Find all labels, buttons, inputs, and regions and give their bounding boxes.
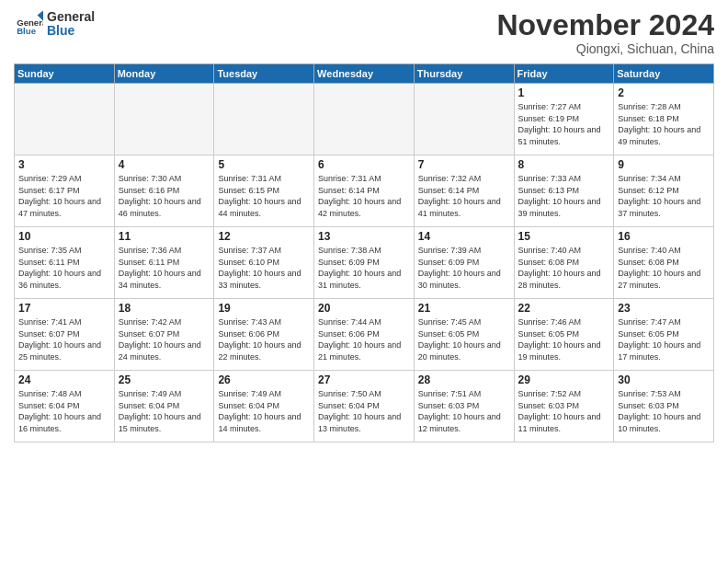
day-info: Sunrise: 7:39 AMSunset: 6:09 PMDaylight:… [418, 245, 510, 291]
week-row-4: 17Sunrise: 7:41 AMSunset: 6:07 PMDayligh… [15, 299, 714, 371]
day-info: Sunrise: 7:51 AMSunset: 6:03 PMDaylight:… [418, 388, 510, 434]
weekday-header-friday: Friday [514, 64, 614, 84]
weekday-header-monday: Monday [114, 64, 214, 84]
day-info: Sunrise: 7:36 AMSunset: 6:11 PMDaylight:… [119, 245, 210, 291]
logo-blue-text: Blue [47, 24, 95, 38]
day-number: 12 [218, 230, 310, 243]
day-number: 28 [418, 373, 510, 386]
week-row-1: 1Sunrise: 7:27 AMSunset: 6:19 PMDaylight… [15, 84, 714, 155]
day-number: 10 [18, 230, 110, 243]
day-info: Sunrise: 7:52 AMSunset: 6:03 PMDaylight:… [518, 388, 610, 434]
header: General Blue General Blue November 2024 … [14, 9, 714, 56]
weekday-header-sunday: Sunday [15, 64, 115, 84]
day-cell: 28Sunrise: 7:51 AMSunset: 6:03 PMDayligh… [414, 371, 514, 442]
weekday-header-wednesday: Wednesday [314, 64, 415, 84]
day-cell [414, 84, 514, 155]
day-info: Sunrise: 7:30 AMSunset: 6:16 PMDaylight:… [119, 173, 210, 219]
day-info: Sunrise: 7:29 AMSunset: 6:17 PMDaylight:… [18, 173, 110, 219]
day-number: 17 [18, 302, 110, 315]
day-cell: 20Sunrise: 7:44 AMSunset: 6:06 PMDayligh… [314, 299, 415, 371]
day-number: 7 [418, 158, 510, 171]
day-number: 3 [18, 158, 110, 171]
logo-icon: General Blue [14, 9, 43, 39]
day-cell: 15Sunrise: 7:40 AMSunset: 6:08 PMDayligh… [514, 227, 614, 299]
page-container: General Blue General Blue November 2024 … [0, 0, 728, 563]
day-info: Sunrise: 7:49 AMSunset: 6:04 PMDaylight:… [119, 388, 210, 434]
day-number: 19 [218, 302, 310, 315]
day-number: 24 [18, 373, 110, 386]
day-number: 15 [518, 230, 610, 243]
day-info: Sunrise: 7:47 AMSunset: 6:05 PMDaylight:… [618, 316, 710, 362]
day-number: 18 [119, 302, 210, 315]
day-cell: 14Sunrise: 7:39 AMSunset: 6:09 PMDayligh… [414, 227, 514, 299]
week-row-5: 24Sunrise: 7:48 AMSunset: 6:04 PMDayligh… [15, 371, 714, 442]
title-block: November 2024 Qiongxi, Sichuan, China [496, 9, 714, 56]
day-cell: 12Sunrise: 7:37 AMSunset: 6:10 PMDayligh… [214, 227, 314, 299]
day-info: Sunrise: 7:28 AMSunset: 6:18 PMDaylight:… [618, 101, 710, 147]
day-cell: 1Sunrise: 7:27 AMSunset: 6:19 PMDaylight… [514, 84, 614, 155]
day-cell [314, 84, 415, 155]
day-info: Sunrise: 7:41 AMSunset: 6:07 PMDaylight:… [18, 316, 110, 362]
day-cell: 26Sunrise: 7:49 AMSunset: 6:04 PMDayligh… [214, 371, 314, 442]
day-cell: 2Sunrise: 7:28 AMSunset: 6:18 PMDaylight… [614, 84, 714, 155]
day-cell [15, 84, 115, 155]
day-info: Sunrise: 7:40 AMSunset: 6:08 PMDaylight:… [518, 245, 610, 291]
day-number: 21 [418, 302, 510, 315]
svg-text:Blue: Blue [17, 26, 36, 36]
day-info: Sunrise: 7:32 AMSunset: 6:14 PMDaylight:… [418, 173, 510, 219]
day-number: 25 [119, 373, 210, 386]
day-cell: 29Sunrise: 7:52 AMSunset: 6:03 PMDayligh… [514, 371, 614, 442]
day-number: 11 [119, 230, 210, 243]
day-info: Sunrise: 7:50 AMSunset: 6:04 PMDaylight:… [318, 388, 410, 434]
weekday-header-saturday: Saturday [614, 64, 714, 84]
day-number: 14 [418, 230, 510, 243]
day-cell: 7Sunrise: 7:32 AMSunset: 6:14 PMDaylight… [414, 155, 514, 227]
day-number: 9 [618, 158, 710, 171]
day-info: Sunrise: 7:43 AMSunset: 6:06 PMDaylight:… [218, 316, 310, 362]
logo-text: General Blue [47, 10, 95, 39]
weekday-header-row: SundayMondayTuesdayWednesdayThursdayFrid… [15, 64, 714, 84]
day-cell: 8Sunrise: 7:33 AMSunset: 6:13 PMDaylight… [514, 155, 614, 227]
day-info: Sunrise: 7:45 AMSunset: 6:05 PMDaylight:… [418, 316, 510, 362]
day-cell: 19Sunrise: 7:43 AMSunset: 6:06 PMDayligh… [214, 299, 314, 371]
day-number: 13 [318, 230, 410, 243]
day-cell: 18Sunrise: 7:42 AMSunset: 6:07 PMDayligh… [114, 299, 214, 371]
day-cell: 13Sunrise: 7:38 AMSunset: 6:09 PMDayligh… [314, 227, 415, 299]
day-number: 5 [218, 158, 310, 171]
day-info: Sunrise: 7:31 AMSunset: 6:14 PMDaylight:… [318, 173, 410, 219]
day-number: 22 [518, 302, 610, 315]
week-row-2: 3Sunrise: 7:29 AMSunset: 6:17 PMDaylight… [15, 155, 714, 227]
day-number: 20 [318, 302, 410, 315]
weekday-header-tuesday: Tuesday [214, 64, 314, 84]
day-cell: 4Sunrise: 7:30 AMSunset: 6:16 PMDaylight… [114, 155, 214, 227]
day-cell: 16Sunrise: 7:40 AMSunset: 6:08 PMDayligh… [614, 227, 714, 299]
day-cell: 22Sunrise: 7:46 AMSunset: 6:05 PMDayligh… [514, 299, 614, 371]
day-number: 29 [518, 373, 610, 386]
day-cell: 23Sunrise: 7:47 AMSunset: 6:05 PMDayligh… [614, 299, 714, 371]
day-cell [214, 84, 314, 155]
day-info: Sunrise: 7:31 AMSunset: 6:15 PMDaylight:… [218, 173, 310, 219]
day-info: Sunrise: 7:44 AMSunset: 6:06 PMDaylight:… [318, 316, 410, 362]
day-cell: 5Sunrise: 7:31 AMSunset: 6:15 PMDaylight… [214, 155, 314, 227]
location: Qiongxi, Sichuan, China [496, 41, 714, 56]
day-number: 23 [618, 302, 710, 315]
day-cell [114, 84, 214, 155]
day-cell: 9Sunrise: 7:34 AMSunset: 6:12 PMDaylight… [614, 155, 714, 227]
day-cell: 25Sunrise: 7:49 AMSunset: 6:04 PMDayligh… [114, 371, 214, 442]
day-info: Sunrise: 7:35 AMSunset: 6:11 PMDaylight:… [18, 245, 110, 291]
day-number: 26 [218, 373, 310, 386]
day-cell: 30Sunrise: 7:53 AMSunset: 6:03 PMDayligh… [614, 371, 714, 442]
day-cell: 11Sunrise: 7:36 AMSunset: 6:11 PMDayligh… [114, 227, 214, 299]
day-number: 27 [318, 373, 410, 386]
day-cell: 6Sunrise: 7:31 AMSunset: 6:14 PMDaylight… [314, 155, 415, 227]
day-info: Sunrise: 7:34 AMSunset: 6:12 PMDaylight:… [618, 173, 710, 219]
logo: General Blue General Blue [14, 9, 95, 39]
day-number: 16 [618, 230, 710, 243]
month-title: November 2024 [496, 9, 714, 41]
day-info: Sunrise: 7:53 AMSunset: 6:03 PMDaylight:… [618, 388, 710, 434]
day-number: 4 [119, 158, 210, 171]
day-cell: 3Sunrise: 7:29 AMSunset: 6:17 PMDaylight… [15, 155, 115, 227]
day-info: Sunrise: 7:46 AMSunset: 6:05 PMDaylight:… [518, 316, 610, 362]
day-cell: 27Sunrise: 7:50 AMSunset: 6:04 PMDayligh… [314, 371, 415, 442]
day-number: 8 [518, 158, 610, 171]
